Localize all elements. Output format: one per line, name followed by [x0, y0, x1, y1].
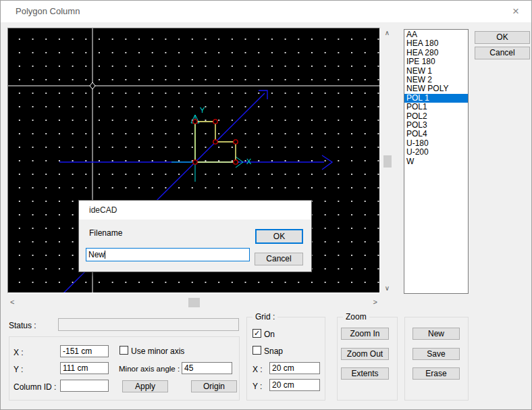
- list-item[interactable]: IPE 180: [404, 57, 468, 66]
- scroll-right-icon[interactable]: >: [373, 298, 377, 306]
- grid-group-label: Grid :: [252, 312, 277, 322]
- grid-on-checkbox[interactable]: ✓: [252, 329, 261, 338]
- horizontal-scrollbar-thumb[interactable]: [188, 298, 200, 307]
- polygon-column-dialog: Polygon Column × Y X ∧: [0, 0, 532, 410]
- minor-axis-angle-input[interactable]: 45: [182, 362, 232, 374]
- use-minor-axis-checkbox[interactable]: [119, 346, 128, 355]
- use-minor-axis-label: Use minor axis: [131, 347, 184, 356]
- list-item[interactable]: NEW POLY: [404, 84, 468, 93]
- new-button[interactable]: New: [413, 328, 460, 340]
- grid-y-label: Y :: [252, 382, 262, 391]
- polygon-vertex[interactable]: [193, 120, 197, 124]
- polygon-vertex[interactable]: [234, 160, 238, 164]
- filename-value: New: [88, 250, 105, 259]
- title-bar: Polygon Column ×: [1, 1, 531, 22]
- zoom-out-button[interactable]: Zoom Out: [341, 348, 389, 360]
- modal-cancel-button[interactable]: Cancel: [255, 253, 303, 265]
- cancel-button[interactable]: Cancel: [475, 47, 530, 59]
- canvas-vertical-scrollbar[interactable]: ∧ ∨: [381, 28, 394, 293]
- list-item[interactable]: POL4: [404, 130, 468, 138]
- x-input[interactable]: -151 cm: [60, 345, 109, 357]
- filename-input[interactable]: New: [86, 248, 250, 261]
- list-item[interactable]: HEA 180: [404, 39, 468, 48]
- local-x-axis-label: X: [246, 157, 252, 165]
- minor-axis-angle-label: Minor axis angle :: [119, 365, 180, 373]
- polygon-vertex[interactable]: [213, 140, 217, 144]
- y-input[interactable]: 111 cm: [60, 362, 109, 374]
- polygon-vertex[interactable]: [213, 120, 217, 124]
- scroll-left-icon[interactable]: <: [10, 298, 14, 306]
- modal-title-bar: ideCAD: [79, 201, 311, 220]
- x-label: X :: [14, 348, 24, 357]
- zoom-in-button[interactable]: Zoom In: [341, 328, 389, 340]
- list-item[interactable]: POL2: [404, 112, 468, 121]
- ok-button[interactable]: OK: [475, 31, 530, 44]
- grid-y-input[interactable]: 20 cm: [269, 379, 320, 391]
- list-item[interactable]: HEA 280: [404, 49, 468, 57]
- grid-on-label: On: [264, 330, 275, 339]
- list-item[interactable]: U-200: [404, 148, 468, 157]
- close-icon[interactable]: ×: [512, 5, 519, 18]
- list-item[interactable]: POL1: [404, 103, 468, 111]
- list-item[interactable]: U-180: [404, 139, 468, 148]
- scroll-down-icon[interactable]: ∨: [381, 284, 394, 292]
- status-label: Status :: [9, 321, 36, 330]
- list-item[interactable]: W: [404, 157, 468, 166]
- erase-button[interactable]: Erase: [413, 367, 460, 380]
- list-item[interactable]: NEW 2: [404, 76, 468, 84]
- column-id-input[interactable]: [60, 380, 109, 392]
- global-origin-marker: [90, 82, 95, 89]
- polygon-vertex[interactable]: [234, 140, 238, 144]
- list-item[interactable]: AA: [404, 30, 468, 39]
- check-icon: ✓: [254, 329, 260, 337]
- y-label: Y :: [14, 365, 23, 374]
- text-caret: [105, 251, 105, 259]
- origin-button[interactable]: Origin: [191, 380, 237, 392]
- list-item[interactable]: POL 1: [404, 94, 468, 103]
- list-item[interactable]: POL3: [404, 121, 468, 130]
- section-list[interactable]: AAHEA 180HEA 280IPE 180NEW 1NEW 2NEW POL…: [404, 29, 469, 294]
- modal-ok-button[interactable]: OK: [255, 229, 303, 244]
- save-button[interactable]: Save: [413, 348, 460, 360]
- grid-x-input[interactable]: 20 cm: [269, 362, 320, 374]
- window-title: Polygon Column: [16, 6, 80, 16]
- scroll-up-icon[interactable]: ∧: [381, 29, 394, 36]
- column-id-label: Column ID :: [14, 382, 56, 392]
- status-field: [58, 318, 239, 331]
- grid-x-label: X :: [252, 365, 263, 374]
- polygon-vertex[interactable]: [193, 160, 197, 164]
- grid-snap-checkbox[interactable]: [252, 346, 261, 355]
- canvas-horizontal-scrollbar[interactable]: < >: [7, 297, 380, 309]
- extents-button[interactable]: Extents: [341, 367, 389, 380]
- modal-title: ideCAD: [89, 205, 117, 215]
- list-item[interactable]: NEW 1: [404, 67, 468, 76]
- vertical-scrollbar-thumb[interactable]: [383, 155, 392, 168]
- idecad-filename-modal: ideCAD Filename New OK Cancel: [78, 200, 312, 272]
- local-y-axis-label: Y: [200, 106, 205, 114]
- grid-snap-label: Snap: [264, 347, 283, 356]
- apply-button[interactable]: Apply: [122, 380, 168, 392]
- filename-label: Filename: [89, 228, 122, 238]
- zoom-group-label: Zoom: [343, 312, 369, 322]
